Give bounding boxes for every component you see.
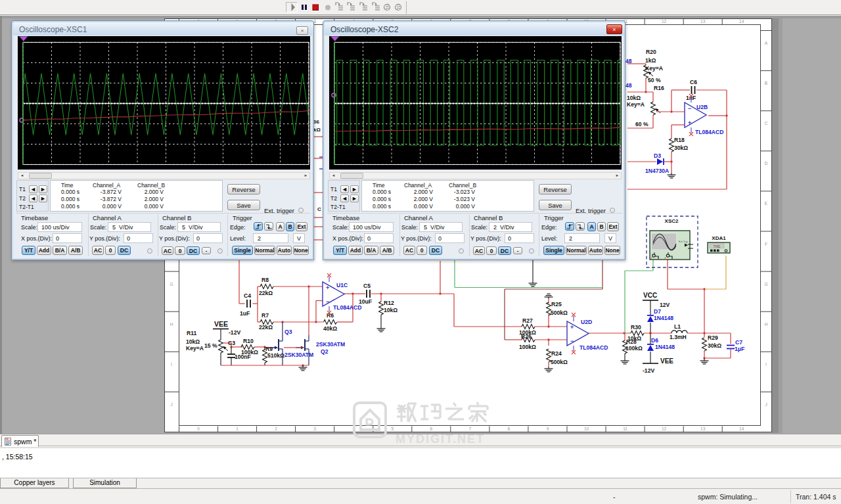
svg-text:R9: R9: [265, 346, 273, 352]
svg-text:TL084ACD: TL084ACD: [695, 129, 723, 135]
svg-text:1μF: 1μF: [735, 346, 744, 352]
svg-text:R10: R10: [243, 338, 254, 344]
svg-text:+: +: [650, 256, 652, 260]
svg-text:10: 10: [584, 426, 589, 431]
svg-text:14: 14: [739, 426, 744, 431]
svg-text:1N4148: 1N4148: [655, 344, 675, 350]
svg-text:TL084ACD: TL084ACD: [580, 344, 608, 351]
svg-text:A: A: [765, 41, 768, 45]
svg-text:2SK30ATM: 2SK30ATM: [316, 341, 345, 348]
svg-text:R30: R30: [631, 324, 641, 331]
svg-text:R6: R6: [327, 312, 334, 319]
svg-text:−: −: [570, 338, 574, 344]
svg-text:12: 12: [662, 426, 667, 431]
svg-text:0: 0: [197, 426, 200, 431]
svg-text:+: +: [664, 256, 666, 260]
svg-text:R7: R7: [261, 312, 269, 319]
svg-text:MYDIGIT.NET: MYDIGIT.NET: [396, 432, 485, 446]
svg-text:60 %: 60 %: [635, 121, 648, 127]
svg-text:R20: R20: [646, 49, 656, 55]
svg-text:Key=A: Key=A: [645, 65, 663, 72]
svg-text:1N4730A: 1N4730A: [645, 168, 669, 174]
svg-text:500kΩ: 500kΩ: [551, 309, 568, 316]
svg-text:L1: L1: [674, 323, 681, 330]
svg-text:10kΩ: 10kΩ: [384, 307, 398, 313]
svg-text:J: J: [765, 402, 767, 407]
svg-text:R16: R16: [654, 85, 664, 91]
svg-text:D: D: [765, 161, 768, 166]
svg-text:Q2: Q2: [321, 348, 329, 355]
svg-text:Q3: Q3: [284, 329, 292, 335]
svg-text:+: +: [326, 285, 329, 291]
svg-text:510kΩ: 510kΩ: [267, 352, 284, 359]
svg-text:15 %: 15 %: [204, 342, 217, 349]
svg-text:R12: R12: [384, 300, 394, 306]
svg-text:9: 9: [547, 426, 549, 431]
svg-text:-12V: -12V: [229, 329, 240, 336]
svg-text:11: 11: [623, 426, 627, 431]
svg-text:VEE: VEE: [214, 320, 228, 328]
svg-text:R18: R18: [674, 137, 685, 143]
svg-text:+: +: [570, 324, 574, 331]
svg-text:U2B: U2B: [696, 104, 708, 110]
svg-text:I: I: [765, 362, 767, 367]
svg-text:1uF: 1uF: [240, 310, 250, 317]
svg-text:Key=A: Key=A: [186, 345, 204, 352]
svg-text:40kΩ: 40kΩ: [323, 325, 337, 332]
svg-text:R26: R26: [521, 333, 532, 340]
svg-text:C4: C4: [244, 292, 251, 299]
svg-text:G: G: [764, 282, 767, 286]
svg-text:−: −: [688, 105, 691, 112]
svg-text:D3: D3: [654, 152, 661, 159]
svg-text:D6: D6: [651, 337, 658, 344]
svg-text:R28: R28: [626, 338, 637, 345]
svg-text:XDA1: XDA1: [712, 235, 726, 241]
svg-text:R27: R27: [522, 317, 533, 324]
svg-text:1kΩ: 1kΩ: [645, 57, 656, 64]
svg-text:C5: C5: [363, 283, 371, 289]
svg-text:06: 06: [313, 119, 319, 125]
svg-text:R25: R25: [551, 301, 562, 308]
svg-text:1.3mH: 1.3mH: [670, 334, 687, 340]
svg-text:8: 8: [508, 426, 511, 431]
svg-text:U2D: U2D: [581, 319, 592, 325]
svg-text:D7: D7: [654, 308, 661, 315]
svg-text:C3: C3: [228, 340, 235, 346]
svg-text:13: 13: [700, 426, 706, 431]
svg-text:U1C: U1C: [336, 282, 348, 288]
svg-text:H: H: [765, 322, 768, 327]
svg-text:F: F: [765, 242, 767, 246]
svg-text:I: I: [171, 362, 172, 367]
svg-text:2: 2: [275, 426, 277, 431]
svg-text:H: H: [170, 322, 173, 327]
svg-text:Ext Trig: Ext Trig: [679, 240, 688, 243]
svg-text:J: J: [170, 402, 172, 407]
svg-text:THD: THD: [714, 244, 721, 248]
svg-text:30kΩ: 30kΩ: [674, 145, 688, 151]
svg-text:30kΩ: 30kΩ: [708, 342, 721, 349]
svg-text:2SK30ATM: 2SK30ATM: [284, 352, 313, 358]
svg-text:C7: C7: [735, 339, 742, 346]
svg-text:G: G: [170, 282, 173, 286]
svg-text:100kΩ: 100kΩ: [519, 344, 536, 350]
svg-text:E: E: [765, 201, 768, 206]
svg-text:B: B: [765, 81, 767, 85]
svg-text:C6: C6: [690, 79, 697, 85]
svg-text:100kΩ: 100kΩ: [625, 345, 643, 352]
svg-text:TL084ACD: TL084ACD: [333, 304, 361, 311]
svg-text:1N4148: 1N4148: [654, 315, 673, 321]
svg-text:1: 1: [236, 426, 239, 431]
svg-text:C: C: [765, 121, 768, 126]
svg-text:10kΩ: 10kΩ: [627, 95, 641, 101]
svg-text:VCC: VCC: [643, 292, 657, 299]
svg-text:R11: R11: [187, 330, 197, 336]
svg-text:Key=A: Key=A: [627, 101, 645, 108]
svg-text:C: C: [317, 206, 321, 212]
svg-text:3: 3: [313, 426, 316, 431]
svg-text:R8: R8: [261, 277, 269, 283]
svg-text:R24: R24: [551, 350, 562, 357]
svg-text:13: 13: [700, 19, 706, 24]
svg-text:22kΩ: 22kΩ: [259, 324, 273, 331]
svg-text:−: −: [326, 298, 329, 305]
svg-text:50 %: 50 %: [648, 77, 661, 83]
